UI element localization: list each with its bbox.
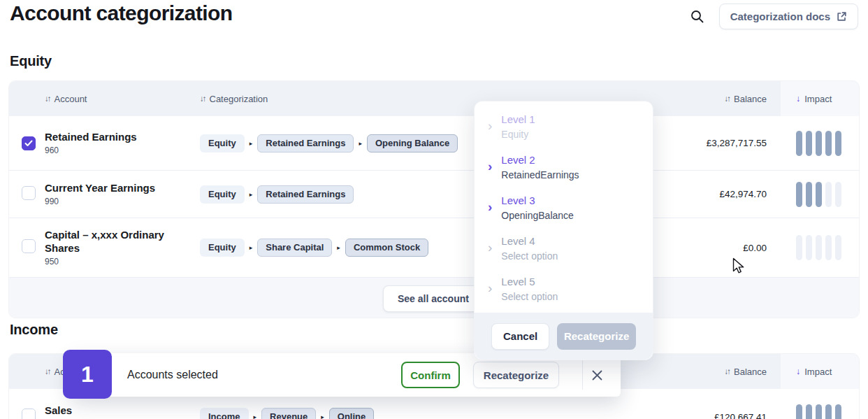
categorization-chip[interactable]: Revenue (261, 408, 316, 419)
chevron-right-icon: ▸ (249, 191, 253, 198)
level-value: Select option (501, 291, 558, 302)
chevron-right-icon: › (488, 159, 492, 173)
search-button[interactable] (688, 8, 707, 27)
level-label: Level 3 (501, 194, 574, 207)
impact-bar (796, 131, 802, 156)
impact-bar (796, 235, 802, 260)
sort-descending-icon[interactable]: ↓ (796, 94, 800, 104)
categorization-chip[interactable]: Retained Earnings (257, 185, 354, 204)
impact-bar (796, 182, 802, 207)
level-label: Level 5 (501, 276, 558, 288)
income-section-title: Income (10, 322, 58, 338)
balance-value: £3,287,717.55 (707, 138, 767, 148)
accounts-selected-label: Accounts selected (127, 369, 218, 381)
impact-bar (835, 131, 841, 156)
equity-table-footer: See all account (9, 277, 859, 318)
level-value: RetainedEarnings (501, 169, 579, 180)
close-icon (591, 369, 603, 381)
balance-value: £120,667.41 (714, 412, 767, 419)
equity-section-title: Equity (10, 53, 52, 69)
check-icon (24, 140, 33, 147)
level-selector[interactable]: ›Level 3OpeningBalance (475, 194, 653, 235)
chevron-right-icon: ▸ (254, 413, 257, 419)
column-header-impact[interactable]: Impact (804, 367, 832, 377)
recategorize-panel: ›Level 1Equity›Level 2RetainedEarnings›L… (474, 101, 653, 360)
impact-bar (835, 182, 841, 207)
level-label: Level 4 (501, 235, 558, 248)
sort-icon[interactable]: ↓↑ (45, 367, 50, 376)
equity-rows: Retained Earnings960Equity▸Retained Earn… (9, 116, 859, 277)
recategorize-button[interactable]: Recategorize (473, 362, 559, 388)
level-selector[interactable]: ›Level 1Equity (475, 113, 653, 154)
sort-descending-icon[interactable]: ↓ (796, 367, 800, 376)
column-header-balance[interactable]: Balance (734, 94, 767, 104)
categorization-chip[interactable]: Income (200, 408, 249, 419)
impact-bar (825, 131, 832, 156)
categorization-docs-button[interactable]: Categorization docs (719, 3, 858, 29)
column-header-impact[interactable]: Impact (804, 94, 832, 104)
see-all-accounts-button[interactable]: See all account (383, 285, 484, 312)
chevron-right-icon: ▸ (249, 244, 253, 251)
categorization-chip[interactable]: Share Capital (257, 239, 332, 257)
categorization-chip[interactable]: Common Stock (345, 239, 428, 257)
account-code: 990 (45, 197, 191, 206)
sort-icon[interactable]: ↓↑ (725, 94, 730, 103)
level-label: Level 2 (501, 154, 579, 166)
chevron-right-icon: › (488, 281, 492, 294)
balance-value: £42,974.70 (719, 189, 767, 199)
impact-bar (816, 404, 822, 419)
confirm-button[interactable]: Confirm (401, 362, 460, 388)
account-categorization-page: Account categorization Categorization do… (0, 0, 868, 419)
search-icon (690, 9, 705, 24)
panel-footer: Cancel Recategorize (475, 313, 653, 360)
impact-bar (806, 235, 812, 260)
row-checkbox[interactable] (22, 239, 36, 253)
sort-icon[interactable]: ↓↑ (725, 367, 730, 376)
chevron-right-icon: › (488, 241, 492, 254)
sort-icon[interactable]: ↓↑ (200, 94, 205, 103)
cancel-button[interactable]: Cancel (491, 323, 549, 350)
column-header-account[interactable]: Account (55, 94, 87, 104)
impact-bar (806, 131, 812, 156)
selected-count-badge: 1 (63, 350, 112, 399)
impact-bars (796, 404, 841, 419)
impact-bars (796, 235, 841, 260)
categorization-chip[interactable]: Online (329, 408, 374, 419)
chevron-right-icon: ▸ (321, 413, 324, 419)
impact-bar (825, 404, 832, 419)
level-value: OpeningBalance (501, 210, 574, 221)
chevron-right-icon: › (488, 200, 492, 213)
chevron-right-icon: › (488, 119, 492, 132)
level-selector: ›Level 5Select option (475, 276, 653, 316)
account-name: Sales (45, 404, 191, 418)
chevron-right-icon: ▸ (337, 244, 340, 251)
impact-bar (806, 404, 812, 419)
column-header-categorization[interactable]: Categorization (210, 94, 268, 104)
categorization-chip[interactable]: Equity (200, 134, 245, 152)
impact-bar (825, 235, 832, 260)
recategorize-submit-button[interactable]: Recategorize (557, 323, 636, 350)
chevron-right-icon: ▸ (249, 140, 253, 147)
level-selectors: ›Level 1Equity›Level 2RetainedEarnings›L… (475, 101, 653, 316)
row-checkbox[interactable] (22, 136, 36, 150)
account-name: Retained Earnings (45, 131, 191, 144)
column-header-balance[interactable]: Balance (734, 367, 767, 377)
categorization-chip[interactable]: Equity (200, 185, 245, 204)
table-row: Current Year Earnings990Equity▸Retained … (9, 171, 859, 218)
categorization-chip[interactable]: Retained Earnings (257, 134, 354, 152)
chevron-right-icon: ▸ (359, 140, 362, 147)
impact-bar (816, 182, 822, 207)
close-button[interactable] (586, 364, 608, 386)
equity-table: ↓↑ Account ↓↑ Categorization ↓↑ Balance … (8, 80, 860, 318)
sort-icon[interactable]: ↓↑ (45, 94, 50, 103)
level-selector[interactable]: ›Level 2RetainedEarnings (475, 154, 653, 194)
categorization-path: Income▸Revenue▸Online (200, 408, 662, 419)
row-checkbox[interactable] (22, 409, 36, 419)
row-checkbox[interactable] (22, 186, 36, 200)
impact-bar (816, 131, 822, 156)
balance-value: £0.00 (743, 243, 767, 253)
categorization-chip[interactable]: Equity (200, 239, 245, 257)
impact-bar (825, 182, 832, 207)
categorization-chip[interactable]: Opening Balance (367, 134, 458, 152)
level-label: Level 1 (501, 113, 535, 126)
